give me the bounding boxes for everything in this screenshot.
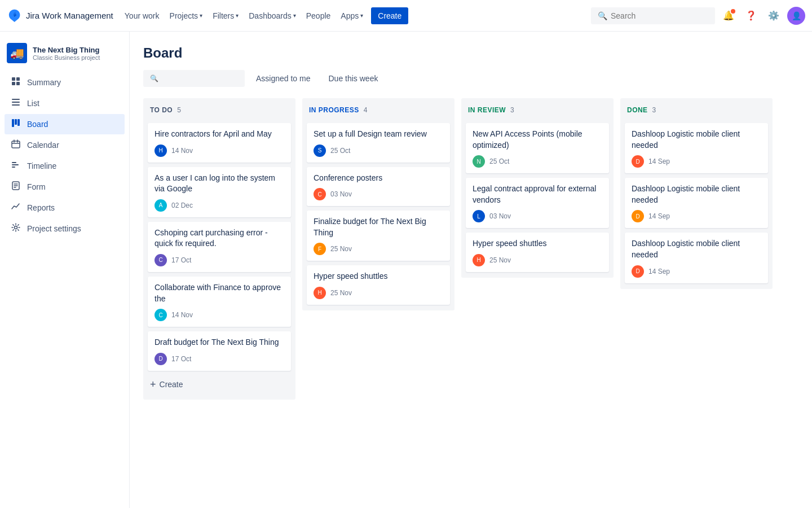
- nav-links: Your work Projects ▾ Filters ▾ Dashboard…: [120, 7, 409, 24]
- project-type: Classic Business project: [33, 54, 100, 61]
- page-title: Board: [143, 45, 798, 61]
- card[interactable]: Dashloop Logistic mobile client needed D…: [625, 178, 768, 228]
- column-done: DONE 3 Dashloop Logistic mobile client n…: [620, 98, 773, 289]
- card-meta: H 25 Nov: [314, 287, 443, 299]
- board-search-box[interactable]: 🔍: [143, 70, 245, 87]
- card-title: New API Access Points (mobile optimized): [473, 129, 602, 151]
- card-meta: S 25 Oct: [314, 144, 443, 157]
- sidebar-item-calendar[interactable]: Calendar: [5, 135, 125, 155]
- sidebar-item-list[interactable]: List: [5, 93, 125, 113]
- card-meta: D 17 Oct: [155, 353, 284, 365]
- card-title: Finalize budget for The Next Big Thing: [314, 216, 443, 238]
- card[interactable]: Hyper speed shuttles H 25 Nov: [307, 265, 450, 305]
- card-meta: D 14 Sep: [632, 155, 761, 168]
- nav-your-work[interactable]: Your work: [120, 8, 164, 24]
- card[interactable]: Finalize budget for The Next Big Thing F…: [307, 211, 450, 261]
- card[interactable]: Cshoping cart purchasing error - quick f…: [148, 222, 291, 272]
- card-date: 02 Dec: [171, 202, 193, 209]
- card-date: 03 Nov: [489, 212, 511, 220]
- card[interactable]: New API Access Points (mobile optimized)…: [466, 123, 609, 173]
- card-title: As a user I can log into the system via …: [155, 173, 284, 195]
- card[interactable]: Hyper speed shuttles H 25 Nov: [466, 233, 609, 272]
- app-body: 🚚 The Next Big Thing Classic Business pr…: [0, 32, 812, 508]
- card[interactable]: Legal contract approval for external ven…: [466, 178, 609, 228]
- card[interactable]: Dashloop Logistic mobile client needed D…: [625, 233, 768, 283]
- svg-rect-16: [12, 164, 19, 165]
- column-count-inreview: 3: [510, 106, 514, 114]
- assigned-to-me-filter[interactable]: Assigned to me: [249, 71, 317, 86]
- project-header[interactable]: 🚚 The Next Big Thing Classic Business pr…: [0, 38, 129, 70]
- svg-rect-9: [15, 119, 17, 125]
- card-avatar: D: [632, 265, 644, 278]
- app-logo[interactable]: Jira Work Management: [7, 8, 113, 24]
- card[interactable]: As a user I can log into the system via …: [148, 167, 291, 217]
- sidebar-item-timeline[interactable]: Timeline: [5, 156, 125, 176]
- svg-rect-7: [12, 104, 20, 106]
- board-search-input[interactable]: [162, 74, 238, 83]
- calendar-icon: [10, 139, 21, 151]
- card[interactable]: Dashloop Logistic mobile client needed D…: [625, 123, 768, 173]
- card-avatar: H: [314, 287, 326, 299]
- card[interactable]: Collaborate with Finance to approve the …: [148, 277, 291, 327]
- svg-rect-6: [12, 102, 20, 103]
- user-avatar[interactable]: 👤: [787, 7, 805, 25]
- card-date: 14 Sep: [648, 212, 670, 220]
- column-count-todo: 5: [177, 106, 181, 114]
- svg-rect-15: [12, 162, 16, 163]
- search-input[interactable]: [611, 11, 708, 20]
- nav-people[interactable]: People: [302, 8, 336, 24]
- card-title: Legal contract approval for external ven…: [473, 183, 602, 205]
- dashboards-chevron: ▾: [293, 12, 296, 19]
- help-button[interactable]: ❓: [742, 7, 760, 25]
- nav-projects[interactable]: Projects ▾: [165, 8, 208, 24]
- sidebar-item-board[interactable]: Board: [5, 114, 125, 134]
- column-title-inprogress: IN PROGRESS: [309, 106, 359, 114]
- settings-button[interactable]: ⚙️: [765, 7, 783, 25]
- sidebar-item-reports[interactable]: Reports: [5, 198, 125, 218]
- settings-icon: [10, 223, 21, 234]
- card-meta: H 25 Nov: [473, 254, 602, 266]
- svg-rect-3: [12, 82, 15, 85]
- due-this-week-filter[interactable]: Due this week: [322, 71, 385, 86]
- create-button[interactable]: Create: [371, 7, 408, 24]
- column-inprogress: IN PROGRESS 4 Set up a full Design team …: [302, 98, 454, 310]
- card[interactable]: Hire contractors for April and May H 14 …: [148, 123, 291, 163]
- card-avatar: C: [314, 188, 326, 200]
- card-meta: N 25 Oct: [473, 155, 602, 168]
- column-header-todo: TO DO 5: [148, 104, 291, 119]
- nav-filters[interactable]: Filters ▾: [208, 8, 243, 24]
- search-box[interactable]: 🔍: [591, 7, 715, 24]
- create-label: Create: [160, 380, 183, 389]
- svg-point-22: [15, 226, 17, 229]
- project-info: The Next Big Thing Classic Business proj…: [33, 46, 100, 61]
- card-meta: L 03 Nov: [473, 210, 602, 222]
- card-meta: A 02 Dec: [155, 199, 284, 212]
- card-meta: D 14 Sep: [632, 210, 761, 222]
- sidebar-item-project-settings[interactable]: Project settings: [5, 218, 125, 239]
- column-header-inreview: IN REVIEW 3: [466, 104, 609, 119]
- card-date: 14 Sep: [648, 157, 670, 165]
- svg-rect-11: [12, 141, 20, 148]
- card-avatar: C: [155, 254, 167, 266]
- card-avatar: D: [632, 155, 644, 168]
- svg-rect-10: [17, 119, 20, 126]
- create-plus-icon: +: [150, 379, 156, 391]
- card-date: 14 Nov: [171, 147, 193, 155]
- card-meta: C 14 Nov: [155, 309, 284, 321]
- card-date: 17 Oct: [171, 256, 191, 264]
- reports-icon: [10, 202, 21, 213]
- notifications-button[interactable]: 🔔: [720, 7, 738, 25]
- board-icon: [10, 119, 21, 130]
- svg-rect-17: [12, 167, 15, 168]
- svg-rect-1: [12, 77, 15, 81]
- create-card-button[interactable]: + Create: [148, 375, 291, 394]
- sidebar-item-summary[interactable]: Summary: [5, 72, 125, 93]
- sidebar-item-form[interactable]: Form: [5, 177, 125, 197]
- nav-apps[interactable]: Apps ▾: [336, 8, 368, 24]
- card[interactable]: Set up a full Design team review S 25 Oc…: [307, 123, 450, 163]
- nav-dashboards[interactable]: Dashboards ▾: [244, 8, 301, 24]
- card[interactable]: Conference posters C 03 Nov: [307, 167, 450, 207]
- sidebar-nav: Summary List Board Calendar: [0, 70, 129, 241]
- card[interactable]: Draft budget for The Next Big Thing D 17…: [148, 331, 291, 371]
- card-avatar: D: [155, 353, 167, 365]
